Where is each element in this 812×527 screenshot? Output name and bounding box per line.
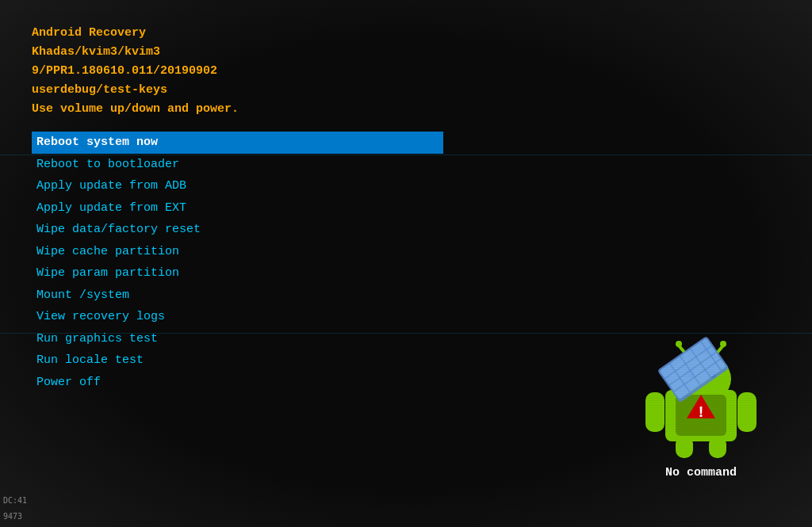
menu-item-9[interactable]: Run graphics test xyxy=(32,328,443,350)
svg-rect-8 xyxy=(645,392,665,432)
menu-item-3[interactable]: Apply update from EXT xyxy=(32,197,443,220)
header-line: Use volume up/down and power. xyxy=(32,100,780,119)
svg-point-6 xyxy=(676,341,682,347)
header-line: Khadas/kvim3/kvim3 xyxy=(32,43,780,62)
menu-item-5[interactable]: Wipe cache partition xyxy=(32,241,443,263)
svg-text:!: ! xyxy=(696,403,706,422)
menu-item-8[interactable]: View recovery logs xyxy=(32,306,443,328)
header-line: userdebug/test-keys xyxy=(32,81,780,100)
menu-item-7[interactable]: Mount /system xyxy=(32,285,443,307)
no-command-label: No command xyxy=(665,466,737,479)
svg-rect-11 xyxy=(709,436,726,458)
header-line: 9/PPR1.180610.011/20190902 xyxy=(32,62,780,81)
android-robot-svg: ! xyxy=(638,333,764,460)
android-mascot: ! xyxy=(638,333,764,460)
menu-item-6[interactable]: Wipe param partition xyxy=(32,262,443,285)
menu-item-10[interactable]: Run locale test xyxy=(32,349,443,372)
svg-rect-10 xyxy=(676,436,693,458)
android-recovery-screen: Android RecoveryKhadas/kvim3/kvim39/PPR1… xyxy=(0,0,812,527)
menu-item-2[interactable]: Apply update from ADB xyxy=(32,175,443,197)
android-mascot-area: ! No command xyxy=(638,333,764,479)
svg-rect-9 xyxy=(737,392,756,432)
header-info: Android RecoveryKhadas/kvim3/kvim39/PPR1… xyxy=(32,24,780,119)
svg-point-7 xyxy=(720,341,726,347)
scan-line-top xyxy=(0,155,812,155)
header-line: Android Recovery xyxy=(32,24,780,43)
menu-item-0[interactable]: Reboot system now xyxy=(32,132,443,154)
menu-item-1[interactable]: Reboot to bootloader xyxy=(32,154,443,176)
corner-text-dc: DC:41 xyxy=(3,496,27,505)
menu-item-11[interactable]: Power off xyxy=(32,372,443,394)
menu-item-4[interactable]: Wipe data/factory reset xyxy=(32,219,443,241)
corner-text-num: 9473 xyxy=(3,512,22,521)
